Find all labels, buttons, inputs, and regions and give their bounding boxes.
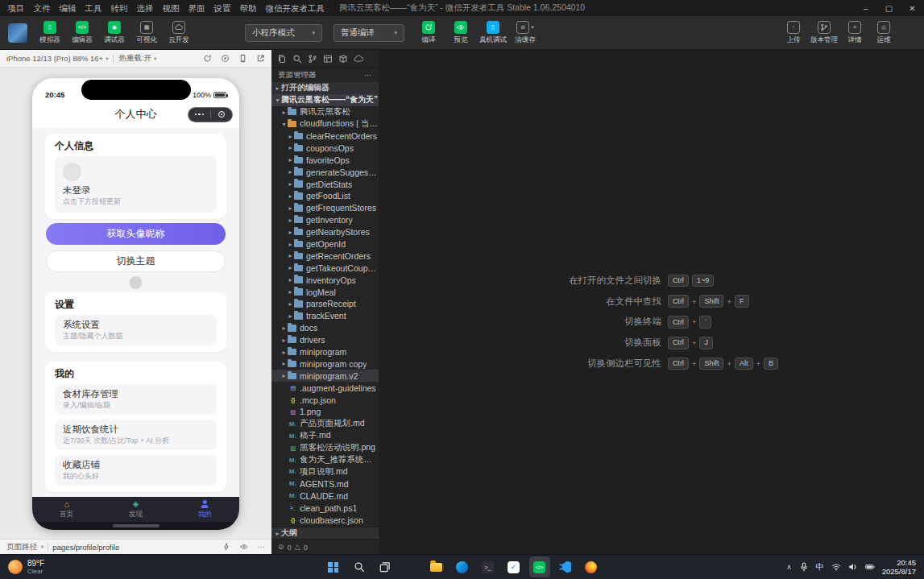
menu-item[interactable]: 转到 <box>106 0 132 16</box>
tree-item[interactable]: ▸miniprogram <box>271 346 379 358</box>
tree-item[interactable]: ▸docs <box>271 322 379 334</box>
compile-mode-select[interactable]: 普通编译 ▾ <box>334 24 404 42</box>
todo-icon[interactable]: ✓ <box>503 556 524 577</box>
tree-item[interactable]: M↓AGENTS.md <box>271 478 379 490</box>
tree-item[interactable]: ▸miniprogram.v2 <box>271 370 379 382</box>
tree-item[interactable]: ▸favoriteOps <box>271 154 379 166</box>
upload-button[interactable]: ↑上传 <box>779 21 808 45</box>
volume-icon[interactable] <box>848 562 858 572</box>
package-icon[interactable] <box>338 54 348 64</box>
tree-item[interactable]: M↓稿子.md <box>271 430 379 442</box>
record-icon[interactable] <box>221 54 230 63</box>
menu-item[interactable]: 工具 <box>81 0 106 16</box>
tree-item[interactable]: M↓CLAUDE.md <box>271 490 379 502</box>
weather-widget[interactable]: 89°F Clear <box>0 559 52 575</box>
tree-item[interactable]: {}.mcp.json <box>271 394 379 406</box>
device-selector[interactable]: iPhone 12/13 (Pro) 88% 16+ ▾ <box>6 54 108 63</box>
tab-home[interactable]: ⌂首页 <box>47 499 87 519</box>
tree-item[interactable]: ▸generateSuggestions <box>271 166 379 178</box>
tree-item[interactable]: ▸miniprogram copy <box>271 358 379 370</box>
tab-discover[interactable]: ◈发现 <box>115 499 155 519</box>
mic-icon[interactable] <box>799 562 809 572</box>
clear-cache-button[interactable]: ⊘▾清缓存 <box>509 21 541 45</box>
real-device-debug-button[interactable]: ▯真机调试 <box>477 21 509 45</box>
tree-item[interactable]: ▸trackEvent <box>271 310 379 322</box>
tree-item[interactable]: ▧1.png <box>271 406 379 418</box>
tree-item[interactable]: M↓产品页面规划.md <box>271 418 379 430</box>
refresh-icon[interactable] <box>203 54 212 63</box>
menu-item[interactable]: 帮助 <box>235 0 261 16</box>
floating-ball[interactable] <box>130 276 142 288</box>
taskbar-clock[interactable]: 20:452025/8/17 <box>882 558 916 577</box>
file-explorer-icon[interactable] <box>426 556 447 577</box>
profile-summary[interactable]: 未登录 点击下方按钮更新 <box>55 156 217 213</box>
tree-item[interactable]: ▸getFrequentStores <box>271 202 379 214</box>
start-button[interactable] <box>323 556 344 577</box>
tree-item[interactable]: ▸getFoodList <box>271 190 379 202</box>
close-button[interactable]: ✕ <box>901 0 924 16</box>
lightning-icon[interactable] <box>222 543 230 551</box>
rotate-icon[interactable] <box>238 54 247 63</box>
list-item[interactable]: 近期饮食统计近7/30天 次数/占比/Top + AI 分析 <box>55 420 217 450</box>
wifi-icon[interactable] <box>831 562 841 572</box>
list-item[interactable]: 收藏店铺我的心头好 <box>55 455 217 486</box>
terminal-icon[interactable]: >_ <box>478 556 499 577</box>
wechat-devtools-icon[interactable]: </> <box>529 556 550 577</box>
menu-item[interactable]: 文件 <box>29 0 55 16</box>
preview-button[interactable]: 预览 <box>445 21 477 45</box>
list-item[interactable]: 系统设置主题/隐藏个人数据 <box>55 315 217 345</box>
chevron-up-icon[interactable]: ∧ <box>786 563 792 571</box>
visual-button[interactable]: ▦可视化 <box>131 21 163 45</box>
search-button[interactable] <box>349 556 370 577</box>
cloud-icon[interactable] <box>354 54 363 64</box>
tree-item[interactable]: ▸inventoryOps <box>271 274 379 286</box>
tree-item[interactable]: ▸clearRecentOrders <box>271 130 379 143</box>
list-item[interactable]: 食材库存管理录入/编辑/临期 <box>55 384 217 415</box>
clouddev-button[interactable]: 云开发 <box>163 21 195 45</box>
menu-item[interactable]: 项目 <box>3 0 29 16</box>
eye-icon[interactable] <box>240 543 248 551</box>
tree-item[interactable]: ▸getOpenId <box>271 238 379 250</box>
outline-section[interactable]: ▸ 大纲 <box>271 527 379 539</box>
tree-item[interactable]: ▸getTakeoutCoupons <box>271 262 379 274</box>
menu-item[interactable]: 微信开发者工具 <box>261 0 329 16</box>
battery-icon[interactable] <box>865 562 875 572</box>
mode-select[interactable]: 小程序模式 ▾ <box>245 24 322 42</box>
maximize-button[interactable]: ▢ <box>877 0 901 16</box>
tree-item[interactable]: ▸getInventory <box>271 214 379 226</box>
editor-button[interactable]: </>编辑器 <box>66 21 98 45</box>
tree-item[interactable]: >_clean_path.ps1 <box>271 502 379 514</box>
menu-item[interactable]: 编辑 <box>55 0 81 16</box>
tree-item[interactable]: ▸parseReceipt <box>271 298 379 310</box>
menu-item[interactable]: 视图 <box>158 0 184 16</box>
tree-item[interactable]: M↓项目说明.md <box>271 466 379 478</box>
minimize-button[interactable]: – <box>854 0 877 16</box>
search-icon[interactable] <box>292 54 302 64</box>
source-control-icon[interactable] <box>308 54 317 64</box>
more-button[interactable] <box>189 108 210 122</box>
compile-button[interactable]: 编译 <box>412 21 445 45</box>
get-avatar-button[interactable]: 获取头像昵称 <box>46 223 226 245</box>
switch-theme-button[interactable]: 切换主题 <box>46 250 226 272</box>
more-actions-icon[interactable]: ⋯ <box>364 71 372 80</box>
ops-button[interactable]: ◎运维 <box>869 21 898 45</box>
menu-item[interactable]: 界面 <box>184 0 209 16</box>
edge-icon[interactable] <box>452 556 473 577</box>
debugger-button[interactable]: ◉调试器 <box>98 21 131 45</box>
tree-item[interactable]: ▸getDietStats <box>271 178 379 190</box>
more-icon[interactable]: ⋯ <box>258 543 266 551</box>
tree-item[interactable]: ▸腾讯云黑客松 <box>271 106 379 118</box>
problems-bar[interactable]: ⊘ 0 △ 0 <box>271 539 379 554</box>
path-label[interactable]: 页面路径 <box>6 542 37 552</box>
popout-icon[interactable] <box>256 54 265 63</box>
details-button[interactable]: ≡详情 <box>840 21 869 45</box>
tree-item[interactable]: M↓食为天_推荐系统计划... <box>271 454 379 466</box>
tree-item[interactable]: ▾cloudfunctions | 当前... <box>271 118 379 130</box>
tree-item[interactable]: ▤.augment-guidelines <box>271 382 379 394</box>
hot-reload-toggle[interactable]: 热重载:开 ▾ <box>118 53 156 64</box>
tree-item[interactable]: {}cloudbaserc.json <box>271 514 379 526</box>
simulator-button[interactable]: ▯模拟器 <box>34 21 66 45</box>
ime-indicator[interactable]: 中 <box>816 561 824 573</box>
tab-mine[interactable]: 我的 <box>184 499 225 519</box>
tree-section[interactable]: ▸打开的编辑器 <box>271 82 379 94</box>
